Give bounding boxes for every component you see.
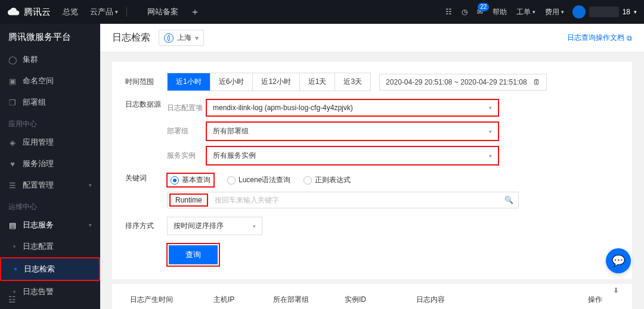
calendar-icon: 🗓 <box>533 78 540 86</box>
chat-fab[interactable]: 💬 <box>606 248 631 273</box>
label-keyword: 关键词 <box>125 173 167 183</box>
label-time: 时间范围 <box>125 77 167 87</box>
download-icon[interactable]: ⬇ <box>613 286 619 295</box>
collapse-sidebar-icon[interactable]: ☳ <box>8 295 16 304</box>
nav-billing[interactable]: 费用▾ <box>545 7 564 17</box>
log-icon: ▤ <box>8 221 17 230</box>
sidebar-item-namespace[interactable]: ▣命名空间 <box>0 70 100 92</box>
sort-select[interactable]: 按时间逆序排序▾ <box>167 217 262 235</box>
sidebar-item-svc-gov[interactable]: ♥服务治理 <box>0 153 100 174</box>
region-select[interactable]: 上海 ▾ <box>159 30 204 46</box>
chevron-down-icon: ▾ <box>489 105 492 111</box>
globe-icon <box>164 33 174 43</box>
cloud-icon <box>7 5 20 18</box>
radio-lucene-query[interactable]: Lucene语法查询 <box>227 175 290 185</box>
namespace-icon: ▣ <box>8 77 17 86</box>
brand-logo[interactable]: 腾讯云 <box>7 5 51 18</box>
time-preset-6h[interactable]: 近6小时 <box>210 73 253 90</box>
sidebar-item-deploy-group[interactable]: ❐部署组 <box>0 92 100 113</box>
keyword-input-wrap: Runtime 🔍 <box>167 192 519 208</box>
label-group: 部署组 <box>167 126 206 136</box>
keyword-input[interactable] <box>210 192 500 208</box>
search-icon[interactable]: 🔍 <box>500 196 518 204</box>
chevron-down-icon: ▾ <box>195 34 199 42</box>
chevron-down-icon: ▾ <box>489 129 492 135</box>
add-icon[interactable]: ＋ <box>190 6 200 18</box>
col-group: 所在部署组 <box>268 289 340 309</box>
avatar <box>572 5 586 18</box>
mail-icon[interactable]: ✉22 <box>477 8 483 16</box>
chevron-down-icon: ▾ <box>115 9 118 15</box>
main: 日志检索 上海 ▾ 日志查询操作文档 ⧉ 时间范围 近1小时 近6小时 近12小… <box>100 24 644 309</box>
time-preset-1h[interactable]: 近1小时 <box>168 73 210 90</box>
chevron-down-icon: ▾ <box>561 9 564 15</box>
chevron-down-icon: ▾ <box>532 9 535 15</box>
doc-link[interactable]: 日志查询操作文档 ⧉ <box>567 33 632 43</box>
sidebar-sub-log-search[interactable]: 日志检索 <box>0 257 100 281</box>
instance-select[interactable]: 所有服务实例▾ <box>206 146 499 165</box>
sidebar-item-cfg-mgmt[interactable]: ☰配置管理▾ <box>0 174 100 196</box>
user-name <box>589 7 618 17</box>
brand-text: 腾讯云 <box>24 7 51 18</box>
datetime-range[interactable]: 2020-04-29 20:51:08 ~ 2020-04-29 21:51:0… <box>379 74 547 90</box>
label-instance: 服务实例 <box>167 151 206 161</box>
time-preset-3d[interactable]: 近3天 <box>335 73 370 90</box>
radio-regex-query[interactable]: 正则表达式 <box>304 175 351 185</box>
sidebar-section-ops: 运维中心 <box>0 196 100 214</box>
time-presets: 近1小时 近6小时 近12小时 近1天 近3天 <box>167 73 371 91</box>
topbar: 腾讯云 总览 云产品 ▾ 网站备案 ＋ ☷ ◷ ✉22 帮助 工单▾ 费用▾ 1… <box>0 0 644 24</box>
sidebar-item-cluster[interactable]: ◯集群 <box>0 49 100 70</box>
nav-help[interactable]: 帮助 <box>493 7 507 17</box>
sidebar-item-log-service[interactable]: ▤日志服务▾ <box>0 214 100 236</box>
chevron-down-icon: ▾ <box>253 223 256 229</box>
nav-overview[interactable]: 总览 <box>63 7 78 17</box>
app-icon: ◈ <box>8 138 17 147</box>
nav-ticket[interactable]: 工单▾ <box>516 7 535 17</box>
label-sort: 排序方式 <box>125 221 167 231</box>
chevron-down-icon: ▾ <box>489 153 492 159</box>
col-time: 日志产生时间 <box>125 289 209 309</box>
console-icon[interactable]: ☷ <box>445 8 452 16</box>
keyword-tag[interactable]: Runtime <box>170 194 208 206</box>
clock-icon[interactable]: ◷ <box>462 8 467 16</box>
chevron-down-icon: ▾ <box>89 182 92 188</box>
group-select[interactable]: 所有部署组▾ <box>206 122 499 141</box>
col-instance: 实例ID <box>340 289 411 309</box>
table-header: 日志产生时间 主机IP 所在部署组 实例ID 日志内容 操作 <box>125 289 619 309</box>
divider <box>126 7 127 17</box>
chat-icon: 💬 <box>612 254 625 267</box>
col-ip: 主机IP <box>209 289 268 309</box>
time-preset-1d[interactable]: 近1天 <box>300 73 336 90</box>
page-title: 日志检索 <box>112 32 150 44</box>
cluster-icon: ◯ <box>8 55 17 64</box>
deploy-icon: ❐ <box>8 98 17 107</box>
query-button[interactable]: 查询 <box>169 245 218 264</box>
sidebar-item-app-mgmt[interactable]: ◈应用管理 <box>0 132 100 153</box>
label-config: 日志配置项 <box>167 103 206 113</box>
sidebar: 腾讯微服务平台 ◯集群 ▣命名空间 ❐部署组 应用中心 ◈应用管理 ♥服务治理 … <box>0 24 100 309</box>
config-icon: ☰ <box>8 181 17 190</box>
nav-beian[interactable]: 网站备案 <box>147 7 178 17</box>
region-value: 上海 <box>177 33 191 43</box>
search-form: 时间范围 近1小时 近6小时 近12小时 近1天 近3天 2020-04-29 … <box>112 62 632 279</box>
external-link-icon: ⧉ <box>627 34 632 42</box>
results-panel: ⬇ 日志产生时间 主机IP 所在部署组 实例ID 日志内容 操作 <box>112 284 632 309</box>
msg-badge: 22 <box>478 3 489 11</box>
sidebar-sub-log-config[interactable]: 日志配置 <box>0 236 100 257</box>
radio-basic-query[interactable]: 基本查询 <box>167 173 214 187</box>
chevron-down-icon: ▾ <box>634 9 637 15</box>
chevron-down-icon: ▾ <box>89 222 92 228</box>
service-icon: ♥ <box>8 160 17 168</box>
sidebar-section-app: 应用中心 <box>0 113 100 132</box>
nav-products[interactable]: 云产品 ▾ <box>90 7 118 17</box>
config-select[interactable]: mendix-ilink-log (apm-busi-log-cfg-4y4zp… <box>206 99 499 116</box>
col-content: 日志内容 <box>411 289 583 309</box>
sidebar-title: 腾讯微服务平台 <box>0 24 100 49</box>
time-preset-12h[interactable]: 近12小时 <box>253 73 299 90</box>
label-datasource: 日志数据源 <box>125 99 167 110</box>
page-header: 日志检索 上海 ▾ 日志查询操作文档 ⧉ <box>100 24 644 52</box>
user-menu[interactable]: 18 ▾ <box>572 5 637 18</box>
